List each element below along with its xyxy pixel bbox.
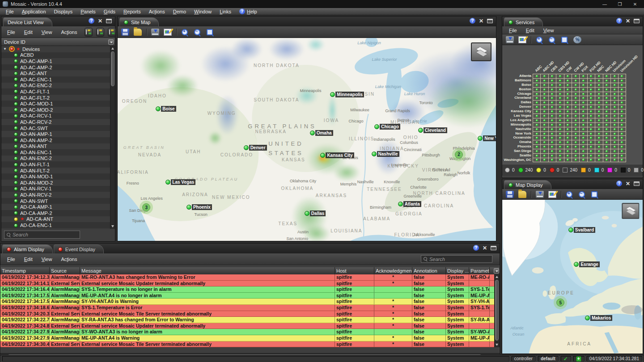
service-cell[interactable]	[595, 74, 602, 78]
menu-item-actions[interactable]: Actions	[145, 9, 169, 14]
menu-item-view[interactable]: View	[539, 28, 558, 33]
service-cell[interactable]	[548, 83, 556, 87]
service-cell[interactable]	[579, 92, 587, 96]
service-cell[interactable]	[579, 74, 587, 78]
service-cell[interactable]	[533, 140, 540, 144]
service-cell[interactable]	[564, 109, 572, 114]
service-cell[interactable]	[572, 135, 579, 140]
service-cell[interactable]	[587, 87, 595, 92]
legend-circle-icon[interactable]	[536, 168, 541, 173]
menu-item-application[interactable]: Application	[18, 9, 50, 14]
tree-node-ad-ac-amp-2[interactable]: AD-AC-AMP-2	[1, 64, 115, 71]
service-cell[interactable]	[595, 96, 602, 100]
service-cell[interactable]	[595, 87, 602, 92]
import-icon[interactable]	[506, 36, 514, 43]
restore-icon[interactable]	[491, 246, 496, 250]
service-cell[interactable]	[618, 105, 626, 109]
service-cell[interactable]	[595, 135, 602, 140]
alarm-search-input[interactable]	[429, 257, 490, 262]
alarm-table-scrollbar[interactable]	[494, 274, 500, 347]
service-cell[interactable]	[610, 78, 618, 83]
service-cell[interactable]	[595, 92, 602, 96]
tree-node-ad-an-flt-1[interactable]: AD-AN-FLT-1	[1, 161, 115, 168]
service-cell[interactable]	[618, 92, 626, 96]
alarm-row[interactable]: 04/19/2022 17:34:22.769AlarmManagerSY-RA…	[0, 317, 500, 323]
service-cell[interactable]	[540, 118, 548, 122]
service-cell[interactable]	[579, 131, 587, 136]
service-cell[interactable]	[610, 87, 618, 92]
alarm-row[interactable]: 04/19/2022 17:34:16.444AlarmManagerSYS-1…	[0, 286, 500, 293]
service-cell[interactable]	[533, 92, 540, 96]
service-cell[interactable]	[548, 149, 556, 153]
device-id-column-header[interactable]: Device ID	[1, 38, 115, 46]
service-cell[interactable]	[548, 96, 556, 100]
service-cell[interactable]	[603, 92, 610, 96]
tree-node-ad-ac-mod-2[interactable]: AD-AC-MOD-2	[1, 107, 115, 113]
service-cell[interactable]	[618, 135, 626, 140]
service-cell[interactable]	[603, 96, 610, 100]
service-cell[interactable]	[618, 140, 626, 144]
service-cell[interactable]	[610, 131, 618, 136]
service-cell[interactable]	[587, 118, 595, 122]
service-cell[interactable]	[603, 118, 610, 122]
service-cell[interactable]	[579, 83, 587, 87]
service-cell[interactable]	[579, 105, 587, 109]
menu-item-edit[interactable]: Edit	[522, 28, 538, 33]
service-cell[interactable]	[587, 153, 595, 158]
tree-node-ad-ac-rcv-2[interactable]: AD-AC-RCV-2	[1, 119, 115, 125]
service-cell[interactable]	[587, 74, 595, 78]
tree-node-ad-ac-mod-1[interactable]: AD-AC-MOD-1	[1, 101, 115, 107]
save-icon[interactable]	[121, 29, 129, 36]
scroll-down-icon[interactable]	[111, 225, 114, 227]
window-close-button[interactable]: ✕	[629, 0, 641, 8]
menu-item-view[interactable]: View	[38, 257, 56, 262]
service-cell[interactable]	[533, 144, 540, 149]
layer-switcher-icon[interactable]	[622, 203, 639, 219]
service-cell[interactable]	[540, 144, 548, 149]
service-cell[interactable]	[548, 78, 556, 83]
service-cell[interactable]	[572, 158, 579, 162]
service-cell[interactable]	[548, 135, 556, 140]
alarm-row[interactable]: 04/19/2022 17:34:17.572AlarmManagerSY-VH…	[0, 299, 500, 305]
service-cell[interactable]	[556, 114, 564, 118]
service-cell[interactable]	[579, 149, 587, 153]
service-cell[interactable]	[540, 96, 548, 100]
service-cell[interactable]	[610, 92, 618, 96]
service-cell[interactable]	[556, 74, 564, 78]
menu-item-file[interactable]: File	[2, 9, 18, 14]
service-cell[interactable]	[572, 144, 579, 149]
menu-item-reports[interactable]: Reports	[119, 9, 145, 14]
help-icon[interactable]: ?	[616, 181, 622, 186]
service-cell[interactable]	[610, 149, 618, 153]
service-cell[interactable]	[564, 105, 572, 109]
service-cell[interactable]	[564, 87, 572, 92]
service-cell[interactable]	[564, 127, 572, 131]
collapse-branch-button[interactable]	[85, 28, 93, 37]
menu-item-grids[interactable]: Grids	[100, 9, 119, 14]
column-header-source[interactable]: Source	[50, 267, 80, 274]
alarm-row[interactable]: 04/19/2022 17:34:30.494External Servi...…	[0, 341, 500, 348]
legend-circle-icon[interactable]	[550, 168, 555, 173]
expand-branch-button[interactable]	[96, 28, 104, 37]
service-cell[interactable]	[603, 144, 610, 149]
service-cell[interactable]	[540, 135, 548, 140]
service-cell[interactable]	[579, 100, 587, 105]
device-search-box[interactable]	[4, 231, 80, 239]
service-cell[interactable]	[610, 122, 618, 127]
service-cell[interactable]	[579, 153, 587, 158]
tree-node-ad-an-swt[interactable]: AD-AN-SWT	[1, 198, 115, 204]
alarm-row[interactable]: 04/19/2022 17:34:17.571AlarmManagerME-UP…	[0, 293, 500, 299]
service-cell[interactable]	[610, 109, 618, 114]
scroll-up-icon[interactable]	[111, 47, 114, 50]
alarm-row[interactable]: 04/19/2022 17:34:24.815External Servi...…	[0, 323, 500, 329]
service-cell[interactable]	[556, 144, 564, 149]
marker-cluster[interactable]: 2	[452, 148, 466, 161]
alarm-row[interactable]: 04/19/2022 17:34:27.979AlarmManagerSY-WO…	[0, 329, 500, 335]
service-cell[interactable]	[548, 122, 556, 127]
zoom-in-icon[interactable]	[536, 36, 544, 43]
service-cell[interactable]	[556, 83, 564, 87]
menu-item-view[interactable]: View	[38, 29, 56, 35]
site-marker-makarios[interactable]: Makarios	[585, 315, 612, 321]
zoom-window-icon[interactable]	[206, 29, 214, 36]
tree-node-ad-an-rcv-1[interactable]: AD-AN-RCV-1	[1, 186, 115, 192]
